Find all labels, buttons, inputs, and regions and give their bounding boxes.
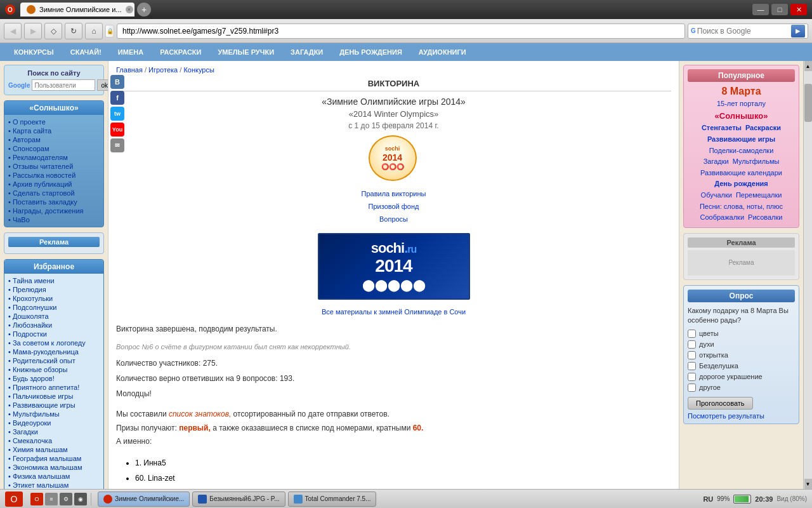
popular-link-1[interactable]: «Солнышко» [688,110,795,123]
home-button[interactable]: ⌂ [85,23,103,39]
survey-checkbox-0[interactable] [688,330,696,338]
sidebar-link-chavo[interactable]: ЧаВо [8,215,100,224]
popular-link-14[interactable]: Рисовалки [748,212,782,224]
fav-link-15[interactable]: Мультфильмы [8,410,100,418]
quick-other[interactable]: ≡ [45,493,58,505]
popular-link-12[interactable]: Песни: слова, ноты, плюс [688,201,795,213]
sidebar-link-arhiv[interactable]: Архив публикаций [8,180,100,189]
breadcrumb-home[interactable]: Главная [116,66,143,74]
minimize-button[interactable]: — [752,4,769,15]
maximize-button[interactable]: □ [771,4,788,15]
facebook-icon[interactable]: f [110,91,124,105]
youtube-icon[interactable]: You [110,123,124,137]
nav-raskraski[interactable]: РАСКРАСКИ [152,46,209,58]
other-button[interactable]: ◇ [44,23,62,39]
fav-link-8[interactable]: Мама-рукодельница [8,347,100,356]
scrollbar-thumb[interactable] [804,84,812,122]
vk-icon[interactable]: B [110,75,124,89]
sidebar-link-rassylka[interactable]: Рассылка новостей [8,171,100,180]
survey-checkbox-1[interactable] [688,340,696,349]
survey-results-link[interactable]: Посмотреть результаты [688,412,795,420]
sidebar-link-karta[interactable]: Карта сайта [8,126,100,135]
search-go-button[interactable]: ▶ [791,25,805,37]
popular-link-8[interactable]: Развивающие календари [688,168,795,179]
address-bar[interactable] [117,23,685,39]
search-input[interactable] [697,27,791,36]
fav-link-20[interactable]: География малышам [8,454,100,463]
fav-link-9[interactable]: Родительский опыт [8,356,100,365]
fav-link-21[interactable]: Экономика малышам [8,463,100,472]
sidebar-search-input[interactable] [32,79,95,91]
sidebar-link-otzyvy[interactable]: Отзывы читателей [8,162,100,171]
sidebar-link-sdelat[interactable]: Сделать стартовой [8,189,100,197]
fav-link-0[interactable]: Тайна имени [8,276,100,285]
back-button[interactable]: ◀ [4,23,22,39]
nav-imena[interactable]: ИМЕНА [110,46,151,58]
close-button[interactable]: ✕ [790,4,807,15]
taskbar-paint-btn[interactable]: Безымянный6.JPG - P... [192,491,285,507]
fav-link-10[interactable]: Книжные обзоры [8,365,100,374]
quick-opera[interactable]: O [30,493,43,505]
results-list-link[interactable]: список знатоков, [169,410,231,418]
sidebar-link-reklamodatelyam[interactable]: Рекламодателям [8,153,100,162]
active-tab[interactable]: Зимние Олимпийские и... × [20,3,134,17]
scroll-down-btn[interactable]: ▼ [804,479,812,489]
quick-other2[interactable]: ⚙ [60,493,72,505]
nav-zagadki[interactable]: ЗАГАДКИ [283,46,331,58]
nav-skachai[interactable]: СКАЧАЙ! [63,46,109,58]
survey-checkbox-4[interactable] [688,373,696,381]
popular-date-highlight[interactable]: 8 Марта [688,86,795,97]
survey-checkbox-5[interactable] [688,384,696,392]
fav-link-13[interactable]: Пальчиковые игры [8,392,100,401]
nav-umnye-ruki[interactable]: УМЕЛЫЕ РУЧКИ [210,46,282,58]
fav-link-6[interactable]: Подростки [8,330,100,338]
popular-link-11[interactable]: Перемещалки [736,190,782,201]
fav-link-5[interactable]: Любознайки [8,321,100,330]
sidebar-search-btn[interactable]: ok... [97,79,108,91]
sidebar-link-nagrady[interactable]: Награды, достижения [8,206,100,215]
sochi-all-materials-link[interactable]: Все материалы к зимней Олимпиаде в Сочи [322,308,466,316]
email-icon[interactable]: ✉ [110,138,124,152]
sidebar-link-o-proekte[interactable]: О проекте [8,117,100,126]
quiz-prizes-link[interactable]: Призовой фонд [116,201,671,213]
popular-link-0[interactable]: 15-лет порталу [688,98,795,110]
scroll-up-btn[interactable]: ▲ [804,61,812,71]
fav-link-4[interactable]: Дошколята [8,312,100,321]
quiz-rules-link[interactable]: Правила викторины [116,188,671,201]
fav-link-7[interactable]: За советом к логопеду [8,338,100,347]
fav-link-12[interactable]: Приятного аппетита! [8,383,100,392]
fav-link-18[interactable]: Смекалочка [8,436,100,445]
fav-link-3[interactable]: Подсолнушки [8,303,100,312]
survey-checkbox-3[interactable] [688,362,696,370]
forward-button[interactable]: ▶ [24,23,42,39]
fav-link-2[interactable]: Крохотульки [8,294,100,303]
popular-link-10[interactable]: Обучалки [701,190,732,201]
nav-audioknigi[interactable]: АУДИОКНИГИ [411,46,474,58]
fav-link-19[interactable]: Химия малышам [8,445,100,454]
start-button[interactable]: O [5,491,23,507]
fav-link-11[interactable]: Будь здоров! [8,374,100,383]
popular-link-13[interactable]: Соображалки [700,212,744,224]
popular-link-4[interactable]: Развивающие игры [688,134,795,145]
quick-other3[interactable]: ◉ [74,493,87,505]
right-scrollbar[interactable]: ▲ ▼ [803,61,812,489]
popular-link-3[interactable]: Раскраски [745,123,781,134]
popular-link-9[interactable]: День рождения [688,178,795,190]
popular-link-7[interactable]: Мультфильмы [733,156,780,168]
nav-den-rozhdeniya[interactable]: ДЕНЬ РОЖДЕНИЯ [332,46,410,58]
nav-konkursy[interactable]: КОНКУРСЫ [6,46,62,58]
fav-link-14[interactable]: Развивающие игры [8,401,100,410]
twitter-icon[interactable]: tw [110,107,124,121]
fav-link-23[interactable]: Этикет малышам [8,481,100,489]
tab-close-btn[interactable]: × [126,6,133,13]
survey-vote-btn[interactable]: Проголосовать [688,397,753,410]
sidebar-link-sponsoram[interactable]: Спонсорам [8,144,100,153]
fav-link-22[interactable]: Физика малышам [8,472,100,481]
refresh-button[interactable]: ↻ [65,23,82,39]
breadcrumb-konkursy[interactable]: Конкурсы [183,66,214,74]
popular-link-2[interactable]: Стенгазеты [702,123,742,134]
taskbar-opera-btn[interactable]: Зимние Олимпийские... [98,491,190,507]
fav-link-17[interactable]: Загадки [8,427,100,436]
new-tab-button[interactable]: + [137,3,151,17]
taskbar-tc-btn[interactable]: Total Commander 7.5... [288,491,377,507]
